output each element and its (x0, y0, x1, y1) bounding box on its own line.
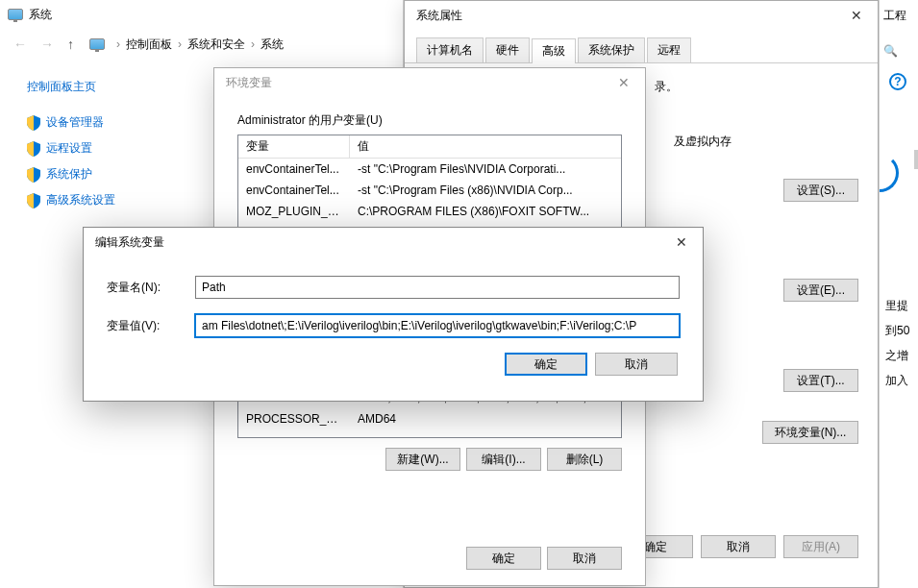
search-icon[interactable]: 🔍 (883, 44, 898, 58)
settings-e-button[interactable]: 设置(E)... (783, 279, 858, 302)
chevron-right-icon: › (116, 37, 120, 51)
breadcrumb-item[interactable]: 控制面板 (126, 37, 172, 53)
tab-remote[interactable]: 远程 (647, 37, 691, 62)
var-name: MOZ_PLUGIN_PA... (238, 203, 350, 220)
partial-text: 到50 (885, 323, 909, 339)
variable-name-row: 变量名(N): (107, 276, 680, 299)
table-row[interactable]: PROCESSOR_AR... AMD64 (238, 408, 621, 429)
user-vars-label: Administrator 的用户变量(U) (237, 112, 622, 129)
tab-hardware[interactable]: 硬件 (485, 37, 530, 62)
partial-title: 工程 (883, 8, 906, 24)
sysprop-titlebar[interactable]: 系统属性 ✕ (405, 1, 878, 30)
table-row[interactable]: MOZ_PLUGIN_PA... C:\PROGRAM FILES (X86)\… (238, 201, 621, 222)
var-value: -st "C:\Program Files (x86)\NVIDIA Corp.… (350, 182, 621, 199)
sysprop-apply-button[interactable]: 应用(A) (783, 535, 858, 558)
monitor-icon (89, 38, 105, 50)
col-value[interactable]: 值 (350, 135, 621, 158)
sidebar-item-label: 高级系统设置 (46, 192, 115, 208)
system-window-title: 系统 (29, 7, 52, 23)
tab-computer-name[interactable]: 计算机名 (416, 37, 484, 62)
close-icon[interactable]: ✕ (835, 1, 878, 30)
variable-value-row: 变量值(V): (107, 314, 680, 337)
edit-dialog-buttons: 确定 取消 (107, 353, 680, 376)
settings-s-button[interactable]: 设置(S)... (783, 179, 858, 202)
variable-value-input[interactable] (195, 314, 680, 337)
edit-dialog-title: 编辑系统变量 (95, 234, 164, 251)
shield-icon (27, 193, 40, 208)
breadcrumb-bar: ← → ↑ › 控制面板 › 系统和安全 › 系统 (0, 29, 403, 60)
scrollbar-icon[interactable] (914, 150, 918, 169)
close-icon[interactable]: ✕ (660, 228, 703, 257)
tab-advanced[interactable]: 高级 (532, 38, 576, 63)
var-name: envContainerTel... (238, 160, 350, 178)
edit-system-variable-dialog: 编辑系统变量 ✕ 变量名(N): 变量值(V): 确定 取消 (83, 227, 704, 402)
envvar-cancel-button[interactable]: 取消 (547, 547, 622, 570)
envvar-ok-button[interactable]: 确定 (466, 547, 541, 570)
delete-sys-var-button[interactable]: 删除(L) (547, 448, 622, 471)
sys-vars-buttons: 新建(W)... 编辑(I)... 删除(L) (237, 448, 622, 471)
system-titlebar: 系统 (0, 0, 403, 29)
partial-text: 之增 (885, 348, 908, 364)
table-row[interactable]: envContainerTel... -st "C:\Program Files… (238, 159, 621, 180)
table-header: 变量 值 (238, 135, 621, 159)
edit-cancel-button[interactable]: 取消 (595, 353, 678, 376)
shield-icon (27, 115, 40, 131)
close-icon[interactable]: ✕ (603, 68, 645, 97)
breadcrumb-item[interactable]: 系统 (261, 37, 284, 53)
col-variable[interactable]: 变量 (238, 135, 350, 158)
variable-value-label: 变量值(V): (107, 318, 195, 334)
up-arrow-icon[interactable]: ↑ (63, 35, 78, 54)
sidebar-item-label: 系统保护 (46, 166, 92, 183)
breadcrumb-item[interactable]: 系统和安全 (187, 37, 245, 53)
back-arrow-icon[interactable]: ← (10, 35, 31, 54)
var-name: envContainerTel... (238, 182, 350, 199)
sysprop-title: 系统属性 (416, 8, 462, 24)
monitor-icon (8, 9, 23, 20)
user-vars-table[interactable]: 变量 值 envContainerTel... -st "C:\Program … (237, 135, 622, 229)
envvar-title: 环境变量 (226, 75, 272, 91)
curve-icon (879, 154, 899, 192)
sysprop-bottom-buttons: 确定 取消 应用(A) (618, 535, 858, 558)
var-value: AMD64 (350, 410, 621, 428)
partial-text: 里提 (885, 298, 908, 314)
chevron-right-icon: › (251, 37, 255, 51)
tab-protection[interactable]: 系统保护 (578, 37, 645, 62)
sysprop-cancel-button[interactable]: 取消 (701, 535, 776, 558)
partial-text: 加入 (885, 373, 908, 389)
edit-sys-var-button[interactable]: 编辑(I)... (466, 448, 541, 471)
envvar-titlebar[interactable]: 环境变量 ✕ (214, 68, 645, 97)
help-icon[interactable]: ? (889, 73, 906, 90)
envvar-button[interactable]: 环境变量(N)... (762, 421, 858, 444)
chevron-right-icon: › (178, 37, 182, 51)
edit-dialog-body: 变量名(N): 变量值(V): 确定 取消 (84, 257, 703, 389)
edit-dialog-titlebar[interactable]: 编辑系统变量 ✕ (84, 228, 703, 257)
variable-name-input[interactable] (195, 276, 680, 299)
settings-t-button[interactable]: 设置(T)... (783, 369, 858, 392)
sidebar-item-label: 设备管理器 (46, 114, 104, 131)
shield-icon (27, 141, 40, 157)
var-name: PROCESSOR_AR... (238, 410, 350, 428)
envvar-bottom-buttons: 确定 取消 (466, 547, 622, 570)
var-value: -st "C:\Program Files\NVIDIA Corporati..… (350, 160, 621, 178)
right-partial-window: 工程 🔍 ? 里提 到50 之增 加入 (879, 0, 918, 588)
variable-name-label: 变量名(N): (107, 280, 195, 296)
var-value: C:\PROGRAM FILES (X86)\FOXIT SOFTW... (350, 203, 621, 220)
forward-arrow-icon[interactable]: → (37, 35, 58, 54)
table-row[interactable]: envContainerTel... -st "C:\Program Files… (238, 180, 621, 201)
sysprop-tabs: 计算机名 硬件 高级 系统保护 远程 (405, 30, 878, 63)
shield-icon (27, 167, 40, 183)
edit-ok-button[interactable]: 确定 (505, 353, 587, 376)
sidebar-item-label: 远程设置 (46, 140, 92, 157)
new-sys-var-button[interactable]: 新建(W)... (385, 448, 460, 471)
